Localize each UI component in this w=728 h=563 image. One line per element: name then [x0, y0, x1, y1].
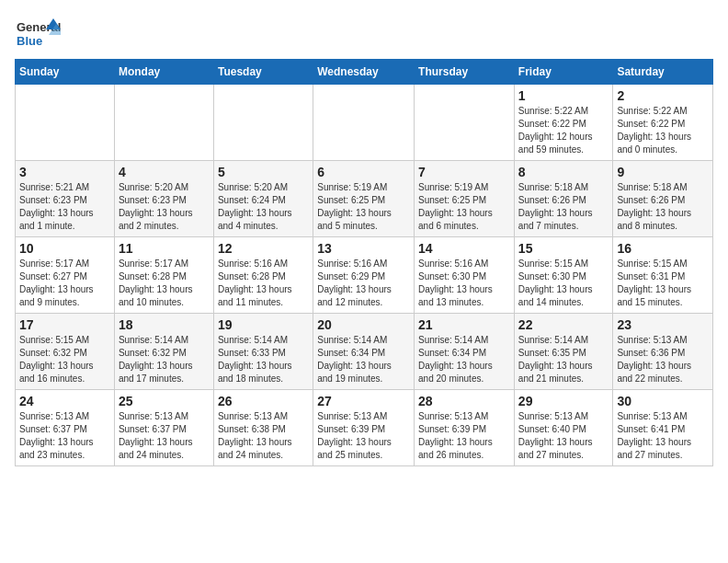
cell-info: Sunrise: 5:14 AM Sunset: 6:35 PM Dayligh… — [518, 334, 609, 385]
calendar-cell: 22Sunrise: 5:14 AM Sunset: 6:35 PM Dayli… — [514, 314, 613, 390]
calendar-cell: 26Sunrise: 5:13 AM Sunset: 6:38 PM Dayli… — [213, 390, 313, 466]
logo-svg: General Blue — [15, 15, 61, 52]
calendar-cell: 15Sunrise: 5:15 AM Sunset: 6:30 PM Dayli… — [514, 237, 613, 314]
calendar-cell: 16Sunrise: 5:15 AM Sunset: 6:31 PM Dayli… — [613, 237, 713, 314]
cell-info: Sunrise: 5:15 AM Sunset: 6:30 PM Dayligh… — [518, 258, 609, 309]
calendar-cell: 21Sunrise: 5:14 AM Sunset: 6:34 PM Dayli… — [415, 314, 515, 390]
cell-info: Sunrise: 5:13 AM Sunset: 6:41 PM Dayligh… — [617, 410, 709, 462]
header-friday: Friday — [514, 60, 613, 85]
logo: General Blue — [15, 15, 61, 52]
cell-info: Sunrise: 5:16 AM Sunset: 6:30 PM Dayligh… — [418, 258, 510, 309]
day-number: 20 — [317, 317, 410, 332]
calendar-cell: 8Sunrise: 5:18 AM Sunset: 6:26 PM Daylig… — [514, 161, 613, 237]
calendar-cell: 4Sunrise: 5:20 AM Sunset: 6:23 PM Daylig… — [114, 161, 213, 237]
cell-info: Sunrise: 5:19 AM Sunset: 6:25 PM Dayligh… — [418, 181, 510, 233]
day-number: 4 — [119, 165, 210, 179]
cell-info: Sunrise: 5:16 AM Sunset: 6:28 PM Dayligh… — [218, 258, 309, 309]
calendar-cell — [16, 85, 115, 161]
day-number: 9 — [617, 165, 709, 179]
day-number: 13 — [317, 241, 410, 256]
calendar-cell: 3Sunrise: 5:21 AM Sunset: 6:23 PM Daylig… — [16, 161, 115, 237]
calendar-cell: 5Sunrise: 5:20 AM Sunset: 6:24 PM Daylig… — [213, 161, 313, 237]
cell-info: Sunrise: 5:14 AM Sunset: 6:32 PM Dayligh… — [119, 334, 210, 385]
page-header: General Blue — [15, 15, 713, 52]
header-tuesday: Tuesday — [213, 60, 313, 85]
calendar-cell: 25Sunrise: 5:13 AM Sunset: 6:37 PM Dayli… — [114, 390, 213, 466]
calendar-cell: 10Sunrise: 5:17 AM Sunset: 6:27 PM Dayli… — [16, 237, 115, 314]
calendar-table: SundayMondayTuesdayWednesdayThursdayFrid… — [15, 59, 713, 466]
day-number: 7 — [418, 165, 510, 179]
header-wednesday: Wednesday — [313, 60, 415, 85]
calendar-cell: 19Sunrise: 5:14 AM Sunset: 6:33 PM Dayli… — [213, 314, 313, 390]
day-number: 18 — [119, 317, 210, 332]
day-number: 10 — [19, 241, 110, 256]
day-number: 17 — [19, 317, 110, 332]
cell-info: Sunrise: 5:13 AM Sunset: 6:36 PM Dayligh… — [617, 334, 709, 385]
day-number: 29 — [518, 394, 609, 408]
calendar-row: 10Sunrise: 5:17 AM Sunset: 6:27 PM Dayli… — [16, 237, 713, 314]
cell-info: Sunrise: 5:15 AM Sunset: 6:32 PM Dayligh… — [19, 334, 110, 385]
cell-info: Sunrise: 5:14 AM Sunset: 6:33 PM Dayligh… — [218, 334, 309, 385]
cell-info: Sunrise: 5:22 AM Sunset: 6:22 PM Dayligh… — [518, 105, 609, 156]
day-number: 8 — [518, 165, 609, 179]
day-number: 28 — [418, 394, 510, 408]
day-number: 26 — [218, 394, 309, 408]
calendar-cell — [415, 85, 515, 161]
calendar-cell: 13Sunrise: 5:16 AM Sunset: 6:29 PM Dayli… — [313, 237, 415, 314]
cell-info: Sunrise: 5:13 AM Sunset: 6:39 PM Dayligh… — [418, 410, 510, 462]
cell-info: Sunrise: 5:20 AM Sunset: 6:24 PM Dayligh… — [218, 181, 309, 233]
cell-info: Sunrise: 5:16 AM Sunset: 6:29 PM Dayligh… — [317, 258, 410, 309]
day-number: 12 — [218, 241, 309, 256]
calendar-cell: 6Sunrise: 5:19 AM Sunset: 6:25 PM Daylig… — [313, 161, 415, 237]
cell-info: Sunrise: 5:17 AM Sunset: 6:27 PM Dayligh… — [19, 258, 110, 309]
calendar-row: 3Sunrise: 5:21 AM Sunset: 6:23 PM Daylig… — [16, 161, 713, 237]
cell-info: Sunrise: 5:13 AM Sunset: 6:39 PM Dayligh… — [317, 410, 410, 462]
calendar-cell: 17Sunrise: 5:15 AM Sunset: 6:32 PM Dayli… — [16, 314, 115, 390]
cell-info: Sunrise: 5:21 AM Sunset: 6:23 PM Dayligh… — [19, 181, 110, 233]
day-number: 19 — [218, 317, 309, 332]
cell-info: Sunrise: 5:13 AM Sunset: 6:40 PM Dayligh… — [518, 410, 609, 462]
calendar-row: 1Sunrise: 5:22 AM Sunset: 6:22 PM Daylig… — [16, 85, 713, 161]
calendar-cell: 20Sunrise: 5:14 AM Sunset: 6:34 PM Dayli… — [313, 314, 415, 390]
day-number: 30 — [617, 394, 709, 408]
day-number: 16 — [617, 241, 709, 256]
cell-info: Sunrise: 5:20 AM Sunset: 6:23 PM Dayligh… — [119, 181, 210, 233]
day-number: 5 — [218, 165, 309, 179]
calendar-cell: 24Sunrise: 5:13 AM Sunset: 6:37 PM Dayli… — [16, 390, 115, 466]
calendar-cell: 7Sunrise: 5:19 AM Sunset: 6:25 PM Daylig… — [415, 161, 515, 237]
cell-info: Sunrise: 5:17 AM Sunset: 6:28 PM Dayligh… — [119, 258, 210, 309]
header-row: SundayMondayTuesdayWednesdayThursdayFrid… — [16, 60, 713, 85]
cell-info: Sunrise: 5:13 AM Sunset: 6:38 PM Dayligh… — [218, 410, 309, 462]
day-number: 6 — [317, 165, 410, 179]
calendar-cell — [114, 85, 213, 161]
cell-info: Sunrise: 5:13 AM Sunset: 6:37 PM Dayligh… — [19, 410, 110, 462]
calendar-cell: 29Sunrise: 5:13 AM Sunset: 6:40 PM Dayli… — [514, 390, 613, 466]
cell-info: Sunrise: 5:18 AM Sunset: 6:26 PM Dayligh… — [518, 181, 609, 233]
calendar-cell: 14Sunrise: 5:16 AM Sunset: 6:30 PM Dayli… — [415, 237, 515, 314]
day-number: 25 — [119, 394, 210, 408]
day-number: 2 — [617, 88, 709, 103]
cell-info: Sunrise: 5:14 AM Sunset: 6:34 PM Dayligh… — [418, 334, 510, 385]
cell-info: Sunrise: 5:15 AM Sunset: 6:31 PM Dayligh… — [617, 258, 709, 309]
calendar-cell: 18Sunrise: 5:14 AM Sunset: 6:32 PM Dayli… — [114, 314, 213, 390]
header-saturday: Saturday — [613, 60, 713, 85]
calendar-cell: 12Sunrise: 5:16 AM Sunset: 6:28 PM Dayli… — [213, 237, 313, 314]
cell-info: Sunrise: 5:13 AM Sunset: 6:37 PM Dayligh… — [119, 410, 210, 462]
day-number: 24 — [19, 394, 110, 408]
calendar-cell: 2Sunrise: 5:22 AM Sunset: 6:22 PM Daylig… — [613, 85, 713, 161]
day-number: 14 — [418, 241, 510, 256]
day-number: 3 — [19, 165, 110, 179]
day-number: 15 — [518, 241, 609, 256]
day-number: 21 — [418, 317, 510, 332]
day-number: 27 — [317, 394, 410, 408]
calendar-row: 17Sunrise: 5:15 AM Sunset: 6:32 PM Dayli… — [16, 314, 713, 390]
cell-info: Sunrise: 5:19 AM Sunset: 6:25 PM Dayligh… — [317, 181, 410, 233]
day-number: 11 — [119, 241, 210, 256]
day-number: 23 — [617, 317, 709, 332]
calendar-cell: 28Sunrise: 5:13 AM Sunset: 6:39 PM Dayli… — [415, 390, 515, 466]
calendar-cell: 30Sunrise: 5:13 AM Sunset: 6:41 PM Dayli… — [613, 390, 713, 466]
header-sunday: Sunday — [16, 60, 115, 85]
day-number: 1 — [518, 88, 609, 103]
svg-text:Blue: Blue — [17, 34, 42, 48]
cell-info: Sunrise: 5:14 AM Sunset: 6:34 PM Dayligh… — [317, 334, 410, 385]
